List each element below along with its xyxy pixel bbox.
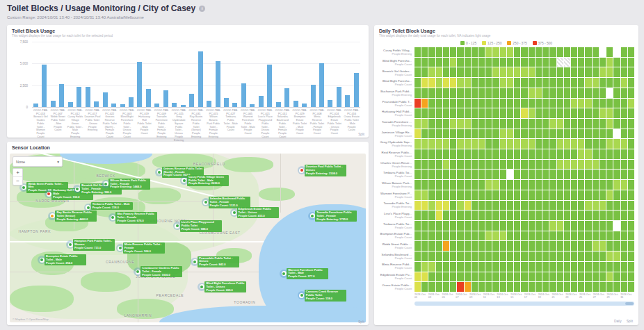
heatmap-cell[interactable] [485, 282, 492, 292]
sensor-marker[interactable]: Edgebrook Estate Public Toilet - UnisexP… [230, 208, 239, 217]
heatmap-cell[interactable] [472, 272, 478, 282]
heatmap-cell[interactable] [606, 129, 613, 139]
heatmap-cell[interactable] [436, 67, 442, 77]
heatmap-cell[interactable] [621, 201, 627, 211]
heatmap-cell[interactable] [507, 231, 513, 241]
heatmap-cell[interactable] [450, 251, 456, 261]
heatmap-cell[interactable] [428, 282, 435, 292]
heatmap-cell[interactable] [585, 58, 591, 67]
sensor-marker[interactable]: Ray Bastin Reserve Public Toilet (Senior… [48, 212, 56, 220]
heatmap-cell[interactable] [564, 119, 570, 129]
heatmap-cell[interactable] [500, 78, 506, 88]
sensor-marker[interactable]: Max Pawsey Reserve Public Toilet - Femal… [108, 213, 117, 222]
heatmap-cell[interactable] [536, 211, 542, 220]
heatmap-cell[interactable] [436, 180, 442, 190]
heatmap-cell[interactable] [485, 251, 492, 261]
heatmap-cell[interactable] [450, 160, 456, 170]
heatmap-cell[interactable] [529, 160, 535, 170]
heatmap-cell[interactable] [414, 108, 421, 118]
heatmap-cell[interactable] [585, 160, 591, 170]
heatmap-cell[interactable] [465, 99, 471, 108]
heatmap-cell[interactable] [450, 108, 456, 118]
heatmap-cell[interactable] [492, 251, 499, 261]
heatmap-cell[interactable] [578, 99, 584, 108]
heatmap-cell[interactable] [428, 231, 435, 241]
heatmap-cell[interactable] [457, 129, 463, 139]
heatmap-cell[interactable] [485, 139, 492, 149]
heatmap-cell[interactable] [549, 241, 556, 251]
sensor-marker[interactable]: Doveton Pool Public Toilet - UnisexPeopl… [298, 166, 306, 174]
heatmap-cell[interactable] [472, 262, 478, 272]
heatmap-cell[interactable] [585, 231, 591, 241]
heatmap-cell[interactable] [500, 282, 506, 292]
heatmap-cell[interactable] [465, 251, 471, 261]
heatmap-cell[interactable] [578, 251, 584, 261]
heatmap-cell[interactable] [585, 211, 591, 220]
usage-bar[interactable] [129, 97, 134, 107]
heatmap-cell[interactable] [564, 58, 570, 67]
heatmap-cell[interactable] [428, 201, 435, 211]
heatmap-cell[interactable] [443, 149, 449, 159]
heatmap-cell[interactable] [421, 262, 428, 272]
heatmap-cell[interactable] [485, 180, 492, 190]
heatmap-cell[interactable] [613, 170, 620, 179]
heatmap-cell[interactable] [564, 88, 570, 98]
heatmap-cell[interactable] [542, 211, 549, 220]
heatmap-cell[interactable] [536, 108, 542, 118]
heatmap-cell[interactable] [549, 170, 556, 179]
heatmap-cell[interactable] [549, 149, 556, 159]
heatmap-cell[interactable] [514, 221, 520, 231]
usage-bar[interactable] [103, 92, 108, 107]
heatmap-cell[interactable] [450, 272, 456, 282]
heatmap-cell[interactable] [521, 262, 527, 272]
heatmap-cell[interactable] [465, 170, 471, 179]
usage-bar[interactable] [293, 101, 298, 107]
heatmap-cell[interactable] [507, 67, 513, 77]
heatmap-cell[interactable] [578, 211, 584, 220]
heatmap-cell[interactable] [542, 119, 549, 129]
heatmap-cell[interactable] [428, 262, 435, 272]
heatmap-scrollbar-thumb[interactable] [625, 302, 634, 305]
heatmap-cell[interactable] [478, 149, 485, 159]
heatmap-cell[interactable] [521, 211, 527, 220]
heatmap-cell[interactable] [428, 251, 435, 261]
heatmap-cell[interactable] [514, 99, 520, 108]
heatmap-cell[interactable] [599, 221, 606, 231]
heatmap-cell[interactable] [542, 160, 549, 170]
heatmap-cell[interactable] [585, 251, 591, 261]
heatmap-cell[interactable] [521, 67, 527, 77]
heatmap-cell[interactable] [428, 47, 435, 57]
heatmap-cell[interactable] [478, 67, 485, 77]
heatmap-cell[interactable] [472, 99, 478, 108]
heatmap-cell[interactable] [428, 272, 435, 282]
heatmap-cell[interactable] [507, 88, 513, 98]
heatmap-cell[interactable] [414, 211, 421, 220]
heatmap-cell[interactable] [599, 139, 606, 149]
usage-bar[interactable] [59, 84, 64, 107]
heatmap-cell[interactable] [521, 108, 527, 118]
heatmap-cell[interactable] [529, 241, 535, 251]
heatmap-cell[interactable] [529, 201, 535, 211]
sensor-map[interactable]: BEACONSFIELDBERWICKNARRE WARRENHAMPTON P… [10, 154, 366, 322]
heatmap-cell[interactable] [585, 108, 591, 118]
heatmap-cell[interactable] [549, 119, 556, 129]
heatmap-cell[interactable] [421, 170, 428, 179]
heatmap-cell[interactable] [521, 190, 527, 200]
heatmap-cell[interactable] [628, 58, 634, 67]
usage-bar[interactable] [337, 87, 341, 107]
heatmap-cell[interactable] [472, 282, 478, 292]
heatmap-cell[interactable] [536, 129, 542, 139]
heatmap-cell[interactable] [428, 190, 435, 200]
heatmap-cell[interactable] [507, 180, 513, 190]
usage-bar[interactable] [172, 103, 177, 107]
heatmap-cell[interactable] [613, 221, 620, 231]
heatmap-cell[interactable] [599, 272, 606, 282]
sensor-marker[interactable]: Blind Bight Foreshore Public Toilet - Un… [198, 283, 206, 291]
heatmap-cell[interactable] [443, 78, 449, 88]
heatmap-cell[interactable] [628, 180, 634, 190]
heatmap-cell[interactable] [606, 58, 613, 67]
heatmap-cell[interactable] [492, 47, 499, 57]
heatmap-cell[interactable] [507, 129, 513, 139]
heatmap-cell[interactable] [478, 108, 485, 118]
heatmap-cell[interactable] [421, 58, 428, 67]
